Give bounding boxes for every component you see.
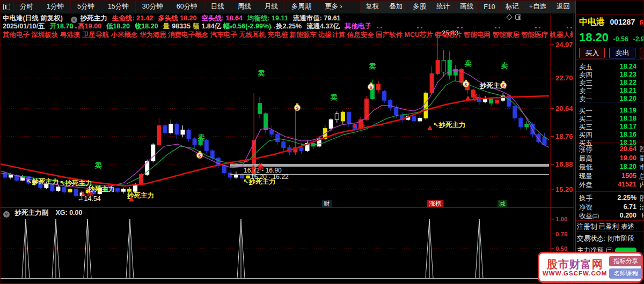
svg-text:20.64: 20.64 [555, 104, 573, 113]
svg-text:22.70: 22.70 [555, 74, 573, 82]
info2-seg-3: 低18.20 [106, 23, 130, 30]
menu-period-6[interactable]: 日线 [204, 1, 231, 13]
price-change: -0.56 [613, 35, 629, 43]
cut-button[interactable] [640, 48, 644, 58]
menu-tool-4[interactable]: 画线 [455, 1, 478, 13]
svg-text:卖: 卖 [369, 62, 376, 70]
panel-toggle-icon[interactable] [1, 1, 13, 13]
watermark-badge-share: 指标分享 [609, 256, 642, 266]
book-row-买四[interactable]: 买四18.16 [579, 131, 644, 139]
panel-layout-icon[interactable] [515, 14, 521, 20]
stat2-净资: 净资6.71活 [579, 203, 644, 211]
status-row-2: 交易状态: 闭市阶段 [577, 234, 644, 243]
menu-period-4[interactable]: 30分钟 [136, 1, 170, 13]
subchart-dropdown-icon[interactable]: ˅ [3, 211, 10, 218]
menubar: 分时1分钟5分钟15分钟30分钟60分钟日线周线月线多周期更多 › 复权叠加多股… [1, 1, 575, 13]
menu-tool-6[interactable]: 标记 [500, 1, 524, 13]
book-row-卖五[interactable]: 卖五18.24 [579, 63, 644, 71]
menu-tool-7[interactable]: +自选 [524, 1, 551, 13]
last-price: 18.20 [579, 31, 609, 44]
watermark: 股市财富网 WWW.GSCFW.COM 指标分享 名师课程 [538, 252, 643, 283]
quote-panel: 中电港 001287 R 18.20 -0.56 -2.99 买入 卖出 卖五1… [575, 1, 644, 284]
menu-period-9[interactable]: 多周期 [285, 1, 319, 13]
book-row-卖四[interactable]: 卖四18.23 [579, 71, 644, 79]
svg-text:24.97: 24.97 [555, 41, 573, 49]
watermark-title-char: 财 [569, 258, 581, 270]
menu-tool-3[interactable]: 统计 [431, 1, 455, 13]
menu-period-5[interactable]: 60分钟 [170, 1, 204, 13]
svg-text:卖: 卖 [501, 62, 508, 70]
svg-text:18.76: 18.76 [555, 132, 573, 140]
price-change-pct: -2.99 [633, 35, 644, 43]
svg-text:涨榜: 涨榜 [429, 200, 442, 207]
svg-text:0.75: 0.75 [555, 231, 568, 237]
menu-period-2[interactable]: 5分钟 [71, 1, 101, 13]
sell-button[interactable]: 卖出 [609, 48, 635, 58]
watermark-title-char: 市 [558, 258, 569, 270]
info2-seg-9: 幅-0.56(-2.99%) [223, 23, 271, 30]
book-row-买二[interactable]: 买二18.18 [579, 115, 644, 123]
chart-corner-icons [507, 14, 521, 20]
menu-period-10[interactable]: 更多 › [318, 1, 349, 13]
watermark-url: WWW.GSCFW.COM [543, 270, 607, 276]
book-row-卖二[interactable]: 卖二18.21 [579, 87, 644, 95]
main-chart[interactable]: 16.72 - 16.9016.20 - 16.22卖卖卖卖卖卖卖杀杀杀杀↖抄死… [1, 1, 644, 284]
book-row-买一[interactable]: 买一18.19 [579, 107, 644, 115]
book-row-买三[interactable]: 买三18.17 [579, 123, 644, 131]
menu-tool-0[interactable]: 复权 [360, 1, 384, 13]
menu-tool-1[interactable]: 叠加 [384, 1, 407, 13]
svg-text:$: $ [464, 82, 467, 87]
stat-最高: 最高19.00量 [579, 154, 644, 162]
svg-text:杀: 杀 [471, 94, 479, 101]
info1-seg-0: 抄死主力 [80, 14, 107, 22]
info2-seg-0: 2025/01/10/五 [3, 23, 45, 30]
watermark-title-char: 股 [547, 258, 558, 270]
svg-text:↖抄死主力: ↖抄死主力 [60, 180, 92, 187]
svg-text:卖: 卖 [198, 133, 205, 141]
svg-text:15.20: 15.20 [555, 185, 573, 193]
diamond-icon[interactable] [506, 14, 512, 20]
menu-tool-8[interactable]: 返回 [551, 1, 575, 13]
svg-text:↖抄死主力: ↖抄死主力 [243, 178, 275, 185]
buy-button[interactable]: 买入 [579, 48, 605, 58]
svg-text:卖: 卖 [258, 69, 265, 77]
info2-seg-5: 量 [163, 23, 170, 30]
info2-seg-11: 流通4.37亿 [306, 23, 340, 30]
svg-text:16.88: 16.88 [555, 160, 573, 168]
stat2-收益㈢: 收益㈢0.200P [579, 212, 644, 220]
svg-text:1.00: 1.00 [555, 216, 567, 222]
svg-text:杀: 杀 [358, 122, 365, 129]
svg-text:0.50: 0.50 [555, 245, 567, 252]
menu-period-3[interactable]: 15分钟 [101, 1, 136, 13]
info2-seg-1: 开18.70 [50, 23, 74, 30]
menu-period-7[interactable]: 周线 [231, 1, 258, 13]
menu-tool-2[interactable]: 多股 [407, 1, 431, 13]
info1-seg-3: 空头线: 18.64 [202, 14, 243, 22]
svg-text:财: 财 [324, 200, 330, 207]
order-buttons: 买入 卖出 [579, 48, 644, 58]
svg-text:$: $ [296, 106, 298, 111]
svg-text:↖抄死主力: ↖抄死主力 [433, 121, 465, 129]
info2-seg-12: 其他电子 [345, 23, 371, 30]
subchart-name[interactable]: 抄死主力副 [14, 209, 48, 216]
stat-现量: 现量1505总 [579, 172, 644, 180]
period-menu: 分时1分钟5分钟15分钟30分钟60分钟日线周线月线多周期更多 › [13, 1, 349, 13]
book-row-卖三[interactable]: 卖三18.22 [579, 79, 644, 87]
watermark-title-char: 网 [592, 258, 603, 270]
menu-period-8[interactable]: 月线 [258, 1, 285, 13]
watermark-badge-course: 名师课程 [609, 268, 642, 279]
info2-seg-8: 1.84亿 [201, 23, 221, 30]
info-line-1: 中电港(日线 前复权)˅抄死主力生命线: 21.42多头线 18.20空头线: … [3, 14, 346, 22]
info-line-2: 2025/01/10/五开18.70高19.00低18.20收18.20量983… [3, 22, 374, 30]
sector-tags[interactable]: 其他电子 深圳板块 粤港澳 卫星导航 小米概念 华为海思 消费电子概念 汽车电子… [3, 31, 573, 39]
status-row-1: 注册制 已盈利 表述 [577, 222, 644, 231]
price-row: 18.20 -0.56 -2.99 [579, 31, 644, 44]
menu-period-1[interactable]: 1分钟 [40, 1, 71, 13]
svg-text:卖: 卖 [331, 93, 338, 101]
info2-seg-4: 收18.20 [135, 23, 158, 30]
watermark-title-char: 富 [581, 258, 592, 270]
menu-period-0[interactable]: 分时 [13, 1, 40, 13]
menu-tool-5[interactable]: F10 [478, 1, 500, 13]
info1-seg-2: 多头线 18.20 [158, 14, 196, 22]
svg-text:←14.54: ←14.54 [77, 195, 101, 203]
